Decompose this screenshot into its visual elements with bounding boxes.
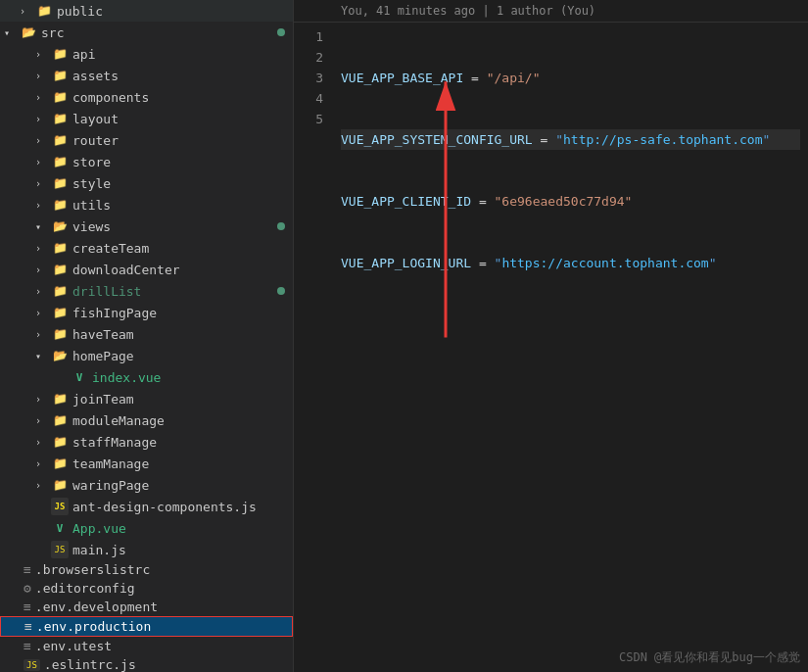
code-token: "6e96eaed50c77d94" [495, 191, 633, 212]
sidebar-item-editorconfig[interactable]: ⚙ .editorconfig [0, 579, 293, 598]
sidebar-item-src[interactable]: 📂 src [0, 22, 293, 43]
config-icon: ≡ [24, 562, 31, 577]
chevron-icon [35, 415, 51, 426]
git-info: You, 41 minutes ago | 1 author (You) [294, 0, 808, 23]
sidebar-item-public[interactable]: 📁 public [0, 0, 293, 22]
folder-icon: 📁 [51, 239, 69, 257]
sidebar-item-ant-design[interactable]: JS ant-design-components.js [0, 496, 293, 517]
sidebar-item-assets[interactable]: 📁 assets [0, 65, 293, 86]
chevron-icon [35, 394, 51, 405]
code-token: = [533, 129, 555, 150]
sidebar-item-label: createTeam [72, 241, 149, 256]
js-icon: JS [51, 498, 69, 515]
sidebar-item-env-utest[interactable]: ≡ .env.utest [0, 637, 293, 655]
sidebar-item-teamManage[interactable]: 📁 teamManage [0, 453, 293, 474]
chevron-icon [35, 286, 51, 297]
modified-badge [277, 287, 285, 295]
line-number: 3 [294, 68, 323, 88]
sidebar-item-label: .eslintrc.js [44, 657, 136, 672]
folder-icon: 📁 [51, 45, 69, 63]
sidebar-item-layout[interactable]: 📁 layout [0, 108, 293, 129]
sidebar-item-store[interactable]: 📁 store [0, 151, 293, 172]
sidebar-item-views[interactable]: 📂 views [0, 216, 293, 237]
file-explorer: 📁 public 📂 src 📁 api 📁 assets 📁 componen… [0, 0, 294, 672]
sidebar-item-homePage[interactable]: 📂 homePage [0, 345, 293, 366]
modified-badge [277, 28, 285, 36]
sidebar-item-style[interactable]: 📁 style [0, 172, 293, 194]
env-icon: ≡ [24, 600, 31, 614]
sidebar-item-index-vue[interactable]: V index.vue [0, 366, 293, 388]
chevron-icon [35, 329, 51, 340]
sidebar-item-moduleManage[interactable]: 📁 moduleManage [0, 409, 293, 431]
sidebar-item-label: .env.utest [35, 639, 112, 653]
js-icon: JS [24, 659, 40, 671]
sidebar-item-label: waringPage [72, 478, 149, 493]
sidebar-item-env-production[interactable]: ≡ .env.production [0, 616, 293, 637]
code-line-2: VUE_APP_SYSTEM_CONFIG_URL = "http://ps-s… [341, 129, 800, 150]
sidebar-item-label: .editorconfig [35, 581, 135, 596]
sidebar-item-staffManage[interactable]: 📁 staffManage [0, 431, 293, 453]
sidebar-item-label: .env.production [36, 619, 151, 634]
sidebar-item-label: drillList [72, 284, 141, 299]
sidebar-item-router[interactable]: 📁 router [0, 129, 293, 151]
code-token: = [471, 191, 494, 212]
sidebar-item-joinTeam[interactable]: 📁 joinTeam [0, 388, 293, 409]
sidebar-item-main-js[interactable]: JS main.js [0, 539, 293, 560]
sidebar-item-components[interactable]: 📁 components [0, 86, 293, 108]
sidebar-item-api[interactable]: 📁 api [0, 43, 293, 65]
sidebar-item-fishIngPage[interactable]: 📁 fishIngPage [0, 302, 293, 323]
folder-icon: 📁 [51, 131, 69, 149]
sidebar-item-label: downloadCenter [72, 263, 180, 277]
sidebar-item-haveTeam[interactable]: 📁 haveTeam [0, 323, 293, 345]
sidebar-item-label: fishIngPage [72, 306, 157, 320]
code-token: VUE_APP_BASE_API [341, 68, 463, 88]
code-line-5 [341, 314, 800, 335]
folder-icon: 📁 [51, 153, 69, 170]
chevron-icon [35, 178, 51, 189]
sidebar-item-label: style [72, 176, 111, 191]
code-token: http://ps-safe.tophant.com [563, 129, 763, 150]
code-token: VUE_APP_SYSTEM_CONFIG_URL [341, 129, 533, 150]
folder-icon: 📁 [51, 196, 69, 214]
sidebar-item-label: haveTeam [72, 327, 134, 342]
sidebar-item-drillList[interactable]: 📁 drillList [0, 280, 293, 302]
folder-icon: 📁 [51, 261, 69, 278]
sidebar-item-label: homePage [72, 349, 134, 363]
folder-icon: 📁 [51, 411, 69, 429]
folder-icon: 📁 [51, 304, 69, 321]
sidebar-item-waringPage[interactable]: 📁 waringPage [0, 474, 293, 496]
folder-icon: 📁 [51, 390, 69, 408]
chevron-icon [35, 308, 51, 318]
folder-icon: 📁 [51, 455, 69, 472]
sidebar-item-env-development[interactable]: ≡ .env.development [0, 598, 293, 616]
chevron-icon [35, 264, 51, 275]
sidebar-item-createTeam[interactable]: 📁 createTeam [0, 237, 293, 259]
code-token: " [495, 253, 502, 273]
sidebar-item-downloadCenter[interactable]: 📁 downloadCenter [0, 259, 293, 280]
code-token: VUE_APP_CLIENT_ID [341, 191, 471, 212]
sidebar-item-label: index.vue [92, 370, 161, 385]
folder-icon: 📁 [35, 2, 53, 20]
sidebar-item-app-vue[interactable]: V App.vue [0, 517, 293, 539]
chevron-icon [35, 480, 51, 491]
sidebar-item-label: components [72, 90, 149, 105]
sidebar-item-eslintrc[interactable]: JS .eslintrc.js [0, 655, 293, 672]
sidebar-item-label: moduleManage [72, 413, 165, 428]
folder-icon: 📁 [51, 88, 69, 106]
env-icon: ≡ [24, 619, 32, 634]
code-token: = [463, 68, 486, 88]
chevron-icon [35, 458, 51, 469]
config-icon: ⚙ [24, 581, 31, 596]
chevron-icon [35, 157, 51, 168]
sidebar-item-label: utils [72, 198, 111, 213]
sidebar-item-browserslistrc[interactable]: ≡ .browserslistrc [0, 560, 293, 579]
git-annotation: You, 41 minutes ago | 1 author (You) [341, 4, 595, 18]
line-number: 5 [294, 109, 323, 129]
code-line-1: VUE_APP_BASE_API = "/api/" [341, 68, 800, 88]
sidebar-item-label: api [72, 47, 95, 62]
folder-icon: 📁 [51, 476, 69, 494]
sidebar-item-utils[interactable]: 📁 utils [0, 194, 293, 216]
folder-icon: 📁 [51, 110, 69, 127]
chevron-icon [20, 6, 35, 17]
vue-icon: V [51, 519, 69, 537]
